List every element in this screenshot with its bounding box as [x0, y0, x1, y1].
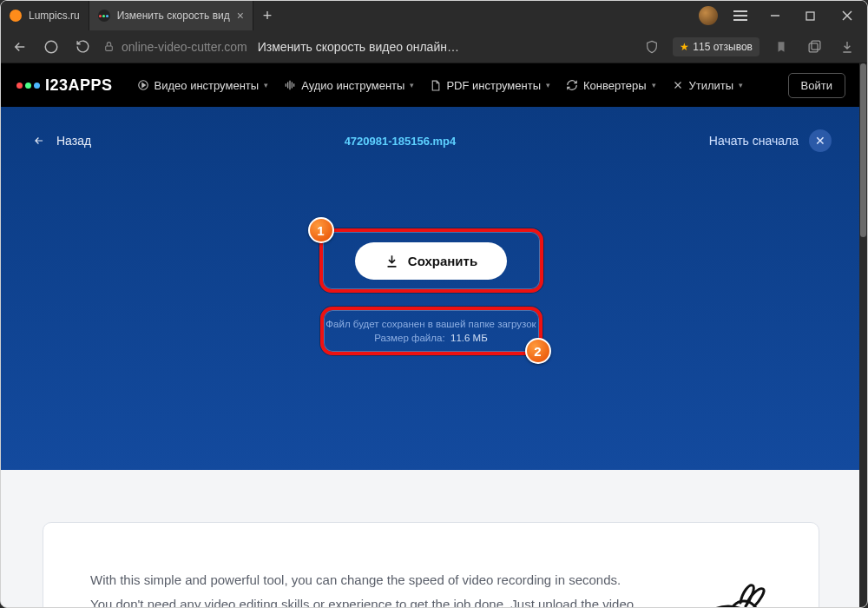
lock-icon [103, 41, 115, 52]
site-nav: I23APPS Видео инструменты ▾ Аудио инстру… [1, 63, 861, 107]
nav-label: Видео инструменты [155, 79, 260, 92]
rabbit-illustration [667, 568, 772, 607]
restart-label[interactable]: Начать сначала [709, 134, 799, 148]
restart-group: Начать сначала ✕ [709, 129, 832, 152]
play-icon [137, 79, 149, 91]
nav-audio-tools[interactable]: Аудио инструменты ▾ [284, 79, 414, 92]
bookmark-icon[interactable] [770, 41, 792, 53]
save-button[interactable]: Сохранить [355, 242, 507, 280]
site-logo[interactable]: I23APPS [16, 76, 113, 95]
url-box[interactable]: online-video-cutter.com Изменить скорост… [103, 40, 459, 54]
nav-label: Аудио инструменты [301, 79, 404, 92]
back-label: Назад [56, 134, 91, 148]
tools-icon [672, 79, 684, 91]
close-icon[interactable]: ✕ [809, 129, 832, 152]
tab-title: Изменить скорость вид [117, 10, 230, 22]
chevron-down-icon: ▾ [739, 81, 743, 89]
maximize-icon[interactable] [792, 1, 827, 30]
refresh-icon [566, 79, 578, 91]
description-text: With this simple and powerful tool, you … [90, 568, 641, 607]
scrollbar-thumb[interactable] [860, 63, 866, 237]
annotation-box-2: 2 Файл будет сохранен в вашей папке загр… [320, 307, 542, 355]
window-titlebar: Lumpics.ru Изменить скорость вид × + [1, 1, 867, 30]
hamburger-icon[interactable] [723, 1, 758, 30]
filesize-value: 11.6 МБ [450, 333, 488, 343]
favicon-123apps [98, 10, 110, 22]
arrow-left-icon [30, 135, 48, 147]
address-bar: online-video-cutter.com Изменить скорост… [1, 30, 867, 63]
brand-text: I23APPS [45, 76, 113, 95]
nav-label: Утилиты [689, 79, 734, 92]
reload-icon[interactable] [72, 39, 93, 54]
document-icon [430, 80, 441, 91]
svg-rect-1 [806, 12, 814, 20]
nav-pdf-tools[interactable]: PDF инструменты ▾ [430, 79, 550, 92]
url-page-title: Изменить скорость видео онлайн… [258, 40, 459, 54]
audio-icon [284, 79, 296, 91]
reviews-badge[interactable]: ★ 115 отзывов [673, 37, 760, 56]
shield-icon[interactable] [641, 40, 662, 54]
new-tab-button[interactable]: + [253, 1, 281, 30]
minimize-icon[interactable] [758, 1, 792, 30]
page-viewport: I23APPS Видео инструменты ▾ Аудио инстру… [1, 63, 867, 607]
star-icon: ★ [680, 41, 689, 53]
annotation-badge-2: 2 [525, 338, 551, 364]
svg-rect-6 [809, 43, 818, 52]
annotation-badge-1: 1 [308, 217, 334, 243]
hero-section: Назад 4720981-185156.mp4 Начать сначала … [1, 107, 861, 470]
window-close-icon[interactable] [827, 1, 867, 30]
filesize-label: Размер файла: [374, 333, 444, 343]
vertical-scrollbar[interactable] [859, 63, 867, 607]
nav-video-tools[interactable]: Видео инструменты ▾ [137, 79, 269, 92]
save-hint-1: Файл будет сохранен в вашей папке загруз… [326, 319, 536, 329]
url-domain: online-video-cutter.com [122, 40, 247, 54]
chevron-down-icon: ▾ [264, 81, 268, 89]
chevron-down-icon: ▾ [652, 81, 656, 89]
filename-label: 4720981-185156.mp4 [345, 135, 457, 148]
save-hint-2: Размер файла: 11.6 МБ [374, 333, 487, 343]
reviews-text: 115 отзывов [693, 41, 753, 53]
tab-title: Lumpics.ru [29, 10, 80, 22]
logo-dots-icon [16, 83, 40, 89]
description-card: With this simple and powerful tool, you … [43, 522, 819, 607]
center-controls: 1 Сохранить 2 Файл будет сохранен в ваше… [319, 228, 543, 355]
description-section: With this simple and powerful tool, you … [1, 470, 861, 607]
hero-top-row: Назад 4720981-185156.mp4 Начать сначала … [30, 129, 832, 152]
svg-point-14 [700, 606, 756, 607]
extensions-icon[interactable] [803, 39, 825, 54]
nav-label: PDF инструменты [446, 79, 541, 92]
browser-tab-active[interactable]: Изменить скорость вид × [89, 1, 253, 30]
back-icon[interactable] [10, 39, 30, 55]
nav-converters[interactable]: Конвертеры ▾ [566, 79, 656, 92]
chevron-down-icon: ▾ [546, 81, 550, 89]
chevron-down-icon: ▾ [410, 81, 414, 89]
nav-label: Конвертеры [583, 79, 647, 92]
nav-utilities[interactable]: Утилиты ▾ [672, 79, 744, 92]
profile-avatar[interactable] [699, 6, 718, 25]
save-label: Сохранить [408, 254, 477, 268]
svg-rect-7 [811, 41, 819, 50]
downloads-icon[interactable] [836, 40, 858, 54]
svg-rect-5 [106, 46, 113, 50]
login-button[interactable]: Войти [788, 73, 845, 98]
favicon-lumpics [10, 10, 22, 22]
annotation-box-1: 1 Сохранить [319, 228, 543, 293]
download-icon [385, 254, 399, 268]
browser-tab[interactable]: Lumpics.ru [1, 1, 89, 30]
yandex-icon[interactable] [41, 39, 62, 55]
svg-point-4 [45, 41, 57, 53]
back-link[interactable]: Назад [30, 134, 91, 148]
close-icon[interactable]: × [237, 9, 244, 23]
